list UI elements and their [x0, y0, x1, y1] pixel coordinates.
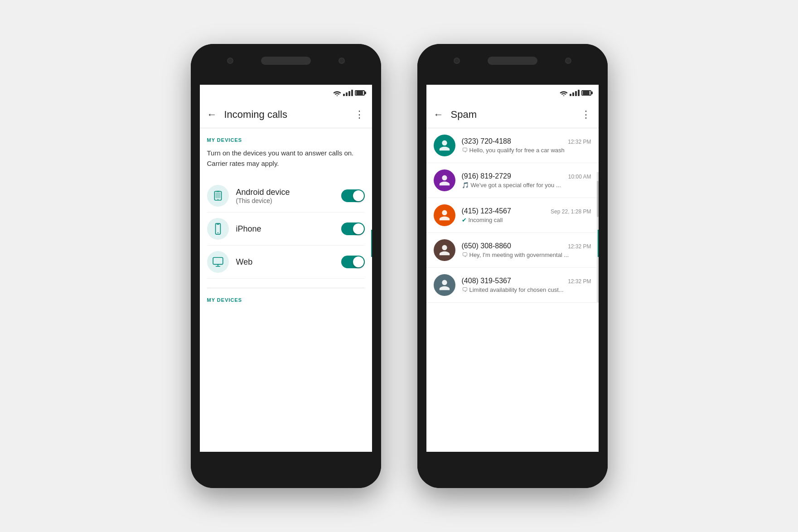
phone-1-screen: ← Incoming calls ⋮ MY DEVICES Turn on th…	[200, 85, 372, 452]
status-icons-1	[333, 90, 365, 96]
avatar-3	[434, 239, 455, 261]
spam-item-4[interactable]: (408) 319-5367 12:32 PM 🗨 Limited availa…	[426, 268, 599, 303]
spam-time-4: 12:32 PM	[568, 278, 591, 285]
web-toggle[interactable]	[341, 256, 365, 268]
android-device-name: Android device	[236, 188, 341, 197]
phone-2-top-bar	[417, 44, 608, 85]
spam-number-1: (916) 819-2729	[462, 172, 511, 180]
device-row-iphone[interactable]: iPhone	[207, 213, 365, 246]
avatar-2	[434, 204, 455, 226]
spam-time-0: 12:32 PM	[568, 139, 591, 145]
incoming-call-icon-2: ✔	[462, 217, 467, 223]
spam-number-4: (408) 319-5367	[462, 277, 511, 285]
android-device-info: Android device (This device)	[236, 188, 341, 204]
section-label-bottom: MY DEVICES	[207, 297, 365, 303]
spam-info-0: (323) 720-4188 12:32 PM 🗨 Hello, you qua…	[462, 137, 591, 154]
sms-icon-3: 🗨	[462, 251, 468, 258]
monitor-icon	[212, 256, 224, 268]
android-device-sub: (This device)	[236, 197, 341, 204]
web-device-info: Web	[236, 257, 341, 267]
back-button-2[interactable]: ←	[434, 109, 444, 121]
android-device-icon	[207, 185, 229, 207]
spam-item-0[interactable]: (323) 720-4188 12:32 PM 🗨 Hello, you qua…	[426, 128, 599, 163]
phone-1-top-bar	[191, 44, 381, 85]
spam-number-3: (650) 308-8860	[462, 242, 511, 250]
iphone-toggle[interactable]	[341, 222, 365, 235]
spam-header-1: (916) 819-2729 10:00 AM	[462, 172, 591, 180]
section-label-1: MY DEVICES	[207, 137, 365, 143]
more-menu-2[interactable]: ⋮	[581, 109, 591, 121]
person-icon-2	[438, 209, 451, 222]
person-icon-4	[438, 279, 451, 291]
spam-preview-0: 🗨 Hello, you qualify for free a car wash	[462, 147, 591, 154]
svg-point-5	[217, 232, 218, 233]
screen-1-content: MY DEVICES Turn on the devices you want …	[200, 128, 372, 317]
signal-icon	[343, 90, 353, 96]
back-button-1[interactable]: ←	[207, 109, 217, 121]
spam-preview-3: 🗨 Hey, I'm meeting with governmental ...	[462, 251, 591, 258]
phone-1: ← Incoming calls ⋮ MY DEVICES Turn on th…	[191, 44, 381, 488]
avatar-1	[434, 169, 455, 191]
svg-point-0	[336, 95, 338, 96]
iphone-device-icon	[207, 218, 229, 240]
camera-left-icon	[227, 58, 233, 64]
screen-title-1: Incoming calls	[224, 109, 354, 121]
spam-header-2: (415) 123-4567 Sep 22, 1:28 PM	[462, 207, 591, 215]
avatar-4	[434, 274, 455, 296]
status-bar-2	[426, 85, 599, 101]
iphone-device-info: iPhone	[236, 224, 341, 234]
web-device-icon	[207, 251, 229, 273]
android-toggle-knob	[353, 190, 364, 201]
status-bar-1	[200, 85, 372, 101]
more-menu-1[interactable]: ⋮	[354, 109, 365, 121]
voicemail-icon-1: 🎵	[462, 182, 469, 189]
app-bar-2: ← Spam ⋮	[426, 101, 599, 128]
speaker-icon	[261, 57, 311, 65]
svg-rect-6	[213, 257, 223, 264]
spam-info-2: (415) 123-4567 Sep 22, 1:28 PM ✔ Incomin…	[462, 207, 591, 223]
signal-2-icon	[570, 90, 580, 96]
spam-item-2[interactable]: (415) 123-4567 Sep 22, 1:28 PM ✔ Incomin…	[426, 198, 599, 233]
spam-time-1: 10:00 AM	[568, 174, 591, 180]
svg-rect-2	[215, 192, 220, 198]
spam-info-3: (650) 308-8860 12:32 PM 🗨 Hey, I'm meeti…	[462, 242, 591, 258]
phone-2: ← Spam ⋮ (323) 720-4188 12:32 PM 🗨 Hel	[417, 44, 608, 488]
sms-icon-0: 🗨	[462, 147, 468, 154]
avatar-0	[434, 135, 455, 156]
iphone-device-name: iPhone	[236, 224, 341, 234]
spam-info-1: (916) 819-2729 10:00 AM 🎵 We've got a sp…	[462, 172, 591, 189]
spam-header-0: (323) 720-4188 12:32 PM	[462, 137, 591, 145]
spam-number-0: (323) 720-4188	[462, 137, 511, 145]
camera-right-icon	[339, 58, 345, 64]
speaker-2-icon	[488, 57, 537, 65]
svg-point-3	[217, 199, 218, 200]
side-accent-1	[371, 230, 372, 257]
sms-icon-4: 🗨	[462, 286, 468, 293]
battery-2-icon	[581, 90, 591, 96]
person-icon-3	[438, 244, 451, 256]
status-icons-2	[560, 90, 591, 96]
person-icon-0	[438, 139, 451, 152]
spam-time-2: Sep 22, 1:28 PM	[551, 208, 591, 215]
app-bar-1: ← Incoming calls ⋮	[200, 101, 372, 128]
web-device-name: Web	[236, 257, 341, 267]
device-row-android[interactable]: Android device (This device)	[207, 179, 365, 213]
phone-1-bottom	[191, 452, 381, 488]
devices-description: Turn on the devices you want to answer c…	[207, 148, 365, 169]
spam-time-3: 12:32 PM	[568, 243, 591, 250]
spam-number-2: (415) 123-4567	[462, 207, 511, 215]
spam-item-1[interactable]: (916) 819-2729 10:00 AM 🎵 We've got a sp…	[426, 163, 599, 198]
spam-header-4: (408) 319-5367 12:32 PM	[462, 277, 591, 285]
spam-list: (323) 720-4188 12:32 PM 🗨 Hello, you qua…	[426, 128, 599, 303]
camera-right-2-icon	[565, 58, 571, 64]
android-icon	[212, 190, 224, 202]
scrollbar-thumb	[597, 181, 599, 217]
device-row-web[interactable]: Web	[207, 246, 365, 279]
spam-item-3[interactable]: (650) 308-8860 12:32 PM 🗨 Hey, I'm meeti…	[426, 233, 599, 268]
svg-point-7	[563, 95, 564, 96]
spam-header-3: (650) 308-8860 12:32 PM	[462, 242, 591, 250]
web-toggle-knob	[353, 256, 364, 267]
spam-preview-4: 🗨 Limited availability for chosen cust..…	[462, 286, 591, 293]
battery-icon	[355, 90, 365, 96]
android-toggle[interactable]	[341, 189, 365, 202]
